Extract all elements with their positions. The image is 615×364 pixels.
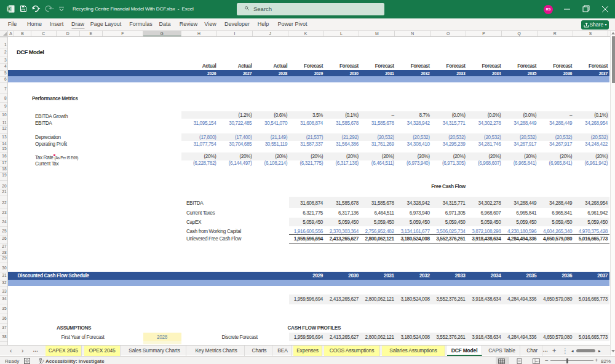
svg-text:X: X	[7, 6, 11, 12]
